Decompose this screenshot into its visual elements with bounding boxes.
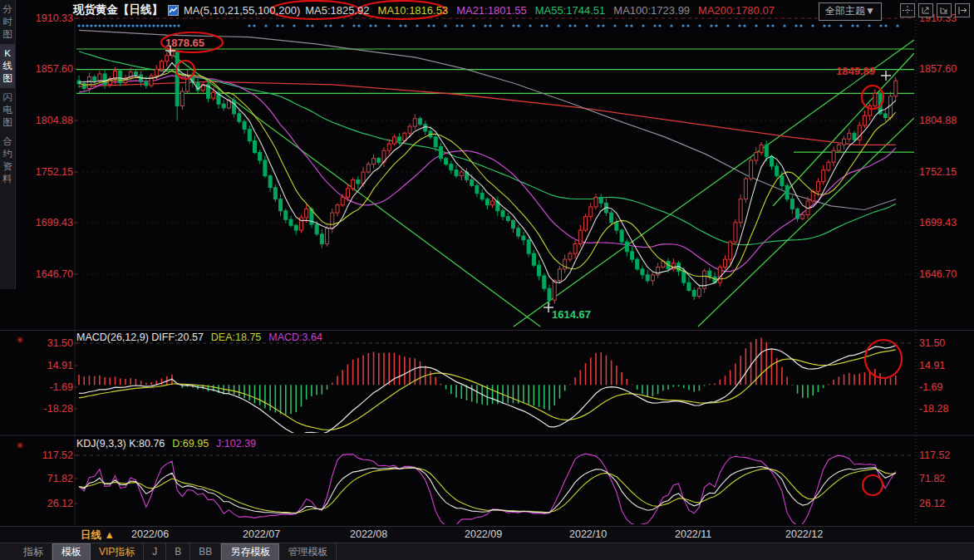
event-dot	[783, 24, 785, 27]
event-dot	[557, 24, 559, 27]
candles	[77, 49, 898, 305]
candle-body	[212, 92, 215, 98]
sidebar-item-2[interactable]: 闪电图	[0, 88, 15, 132]
highlight-circle	[865, 340, 902, 378]
event-dot	[102, 24, 105, 27]
candle-body	[755, 153, 758, 160]
sidebar-item-0[interactable]: 分时图	[0, 0, 15, 44]
candle-body	[170, 52, 174, 56]
price-axis-label: 1699.43	[919, 217, 957, 228]
event-dot	[399, 24, 401, 27]
price-annotation: 1849.89	[836, 65, 875, 77]
toolbar-item-4[interactable]: B	[166, 543, 190, 560]
macd-axis-label: -1.69	[919, 381, 943, 393]
ma200-line	[79, 81, 896, 145]
price-axis-label: 1752.15	[36, 166, 73, 178]
candle-body	[273, 188, 277, 199]
candle-body	[408, 126, 411, 133]
candle-body	[837, 145, 840, 150]
macd-axis-label: 14.91	[919, 360, 945, 371]
candle-body	[760, 145, 763, 152]
chart-type-icon[interactable]	[168, 5, 179, 16]
price-axis-label: 1857.60	[919, 63, 957, 75]
candle-body	[506, 217, 509, 221]
candle-body	[868, 106, 872, 116]
chart-header: 现货黄金【日线】 MA(5,10,21,55,100,200) MA5:1825…	[73, 2, 783, 17]
period-selector[interactable]: 日线 ▲	[81, 528, 115, 543]
toolbar-item-5[interactable]: BB	[190, 543, 221, 560]
event-dot	[879, 24, 882, 27]
pan-icon[interactable]	[900, 3, 915, 17]
kdj-panel-settings-icon[interactable]: ✳	[16, 440, 23, 451]
event-dot	[771, 24, 774, 27]
candle-body	[692, 291, 696, 297]
toolbar-item-0[interactable]: 指标	[15, 543, 52, 560]
kdj-value-1: D:69.95	[172, 438, 209, 449]
theme-dropdown-button[interactable]: 全部主题▼	[819, 2, 882, 21]
candle-body	[750, 160, 753, 179]
ma5-line	[79, 62, 896, 286]
candle-body	[165, 56, 169, 61]
candle-body	[718, 267, 721, 282]
scale-right-icon[interactable]	[937, 3, 952, 17]
candle-body	[150, 76, 153, 86]
event-dot	[387, 24, 390, 27]
event-dot	[839, 24, 842, 27]
event-dot	[828, 24, 830, 27]
macd-axis-label: -18.28	[44, 403, 73, 415]
event-dot	[512, 24, 514, 27]
macd-legend: MACD(26,12,9) DIFF:20.57DEA:18.75MACD:3.…	[76, 332, 330, 343]
event-dot	[444, 24, 446, 27]
price-axis-label: 1910.33	[36, 12, 73, 24]
trading-app-window: 1910.331910.331857.601857.601804.881804.…	[0, 0, 974, 560]
candle-body	[134, 72, 137, 76]
sidebar-item-1[interactable]: K线图	[0, 44, 15, 88]
timeline-axis: 日线 ▲ 2022/062022/072022/082022/092022/10…	[0, 526, 974, 543]
candle-body	[289, 219, 293, 225]
toolbar-item-3[interactable]: J	[144, 543, 166, 560]
macd-panel-settings-icon[interactable]: ✳	[16, 335, 23, 346]
candle-body	[538, 265, 541, 276]
ma21-line	[79, 76, 896, 272]
date-label-2022/10: 2022/10	[569, 528, 607, 540]
candle-body	[310, 209, 313, 224]
event-dot	[276, 24, 278, 27]
candle-body	[790, 199, 794, 209]
candle-body	[848, 133, 851, 139]
candle-body	[460, 172, 463, 176]
event-dot	[357, 24, 360, 27]
candle-body	[155, 69, 158, 76]
macd-axis-label: 31.50	[47, 337, 73, 349]
candle-body	[434, 137, 437, 147]
candle-body	[196, 82, 199, 90]
scale-left-icon[interactable]	[918, 3, 933, 17]
macd-value-2: MACD:3.64	[268, 332, 322, 343]
event-dot	[726, 24, 729, 27]
sidebar-item-3[interactable]: 合约资料	[0, 132, 15, 189]
event-dot	[568, 24, 571, 27]
ma-value-4: MA55:1744.51	[535, 4, 606, 17]
candle-body	[631, 252, 634, 259]
candle-body	[641, 269, 644, 275]
popout-icon[interactable]	[955, 3, 970, 17]
toolbar-item-1[interactable]: 模板	[52, 543, 91, 560]
highlight-circle	[863, 475, 883, 495]
candle-body	[646, 275, 649, 281]
candle-body	[827, 162, 830, 169]
ma-value-1: MA5:1825.92	[305, 4, 369, 17]
candle-body	[573, 243, 577, 253]
candle-body	[372, 159, 376, 165]
event-dot	[131, 24, 134, 27]
event-dot	[152, 24, 155, 27]
toolbar-item-7[interactable]: 管理模板	[279, 543, 337, 560]
event-dot	[472, 24, 475, 27]
candle-body	[119, 71, 122, 82]
j-line	[79, 454, 896, 526]
event-dot	[545, 24, 548, 27]
toolbar-item-2[interactable]: VIP指标	[91, 543, 144, 560]
event-dot	[115, 24, 117, 27]
candle-body	[894, 81, 898, 96]
dea-line	[79, 350, 896, 430]
event-dot	[500, 24, 503, 27]
toolbar-item-6[interactable]: 另存模板	[221, 543, 279, 560]
